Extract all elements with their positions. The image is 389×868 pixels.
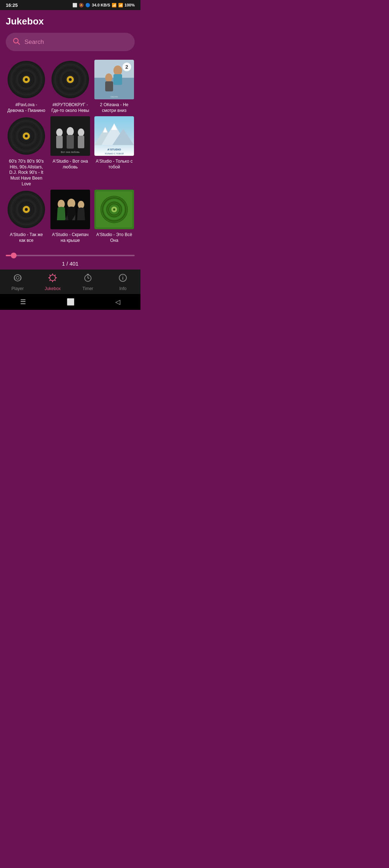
album-cover: [50, 60, 90, 99]
jukebox-icon: [48, 273, 57, 285]
list-item[interactable]: #КРУТОВОКРУГ - Где-то около Невы: [50, 60, 91, 113]
album-cover: 2 ОКЕАНА: [94, 60, 134, 99]
album-cover: A'STUDIO ТОЛЬКО С ТОБОЙ: [94, 116, 134, 156]
album-title: #КРУТОВОКРУГ - Где-то около Невы: [50, 102, 91, 113]
list-item[interactable]: 60's 70's 80's 90's Hits, 90s Allstars, …: [6, 116, 47, 187]
player-icon: [13, 273, 22, 285]
list-item[interactable]: A'Studio - Скрипач на крыше: [50, 190, 91, 243]
album-title: A'Studio - Только с тобой: [94, 159, 135, 170]
nav-label-player: Player: [12, 286, 24, 291]
timer-icon: [83, 273, 93, 285]
nav-label-timer: Timer: [82, 286, 93, 291]
list-item[interactable]: #PavLova - Девочка - Пианино: [6, 60, 47, 113]
android-home-icon[interactable]: ⬜: [67, 298, 75, 306]
svg-point-54: [56, 128, 63, 136]
svg-point-46: [25, 135, 28, 137]
progress-area: 1 / 401: [0, 249, 140, 270]
svg-text:2: 2: [125, 64, 128, 70]
nav-label-info: Info: [119, 286, 126, 291]
svg-text:ТОЛЬКО С ТОБОЙ: ТОЛЬКО С ТОБОЙ: [105, 153, 124, 155]
album-title: A'Studio - Скрипач на крыше: [50, 232, 91, 243]
svg-point-116: [122, 276, 123, 276]
svg-rect-33: [113, 74, 122, 85]
svg-line-108: [50, 280, 51, 281]
svg-text:ОКЕАНА: ОКЕАНА: [111, 96, 118, 98]
svg-rect-35: [105, 81, 113, 91]
album-cover: Вот она любовь: [50, 116, 90, 156]
progress-track[interactable]: [6, 255, 135, 256]
svg-point-99: [16, 276, 19, 279]
album-cover: [6, 60, 46, 99]
nav-item-info[interactable]: Info: [106, 273, 141, 291]
nav-item-timer[interactable]: Timer: [70, 273, 106, 291]
nav-item-jukebox[interactable]: Jukebox: [35, 273, 71, 291]
page-title: Jukebox: [6, 16, 135, 27]
list-item[interactable]: A'Studio - Это Всё Она: [94, 190, 135, 243]
status-icons: ⬜ 🔕 🔵 34.0 KB/S 📶 📶 100%: [72, 3, 135, 8]
android-back-icon[interactable]: ◁: [115, 298, 120, 306]
main-content: Jukebox: [0, 10, 140, 243]
svg-line-105: [50, 275, 51, 276]
nav-item-player[interactable]: Player: [0, 273, 35, 291]
svg-rect-59: [78, 136, 84, 148]
search-input[interactable]: [24, 39, 128, 46]
album-title: A'Studio - Это Всё Она: [94, 232, 135, 243]
nav-label-jukebox: Jukebox: [45, 286, 61, 291]
svg-line-107: [55, 275, 56, 276]
svg-point-58: [78, 128, 84, 136]
album-title: A'Studio - Вот она любовь: [50, 159, 91, 170]
svg-point-98: [14, 275, 21, 281]
svg-text:Вот она любовь: Вот она любовь: [61, 151, 80, 153]
status-bar: 16:25 ⬜ 🔕 🔵 34.0 KB/S 📶 📶 100%: [0, 0, 140, 10]
android-nav: ☰ ⬜ ◁: [0, 294, 140, 310]
svg-rect-57: [67, 135, 74, 149]
progress-label: 1 / 401: [6, 261, 135, 267]
svg-point-23: [69, 78, 72, 81]
album-cover: [50, 190, 90, 229]
album-title: A'Studio - Так же как все: [6, 232, 47, 243]
album-cover: [94, 190, 134, 229]
android-menu-icon[interactable]: ☰: [20, 298, 26, 306]
album-title: 60's 70's 80's 90's Hits, 90s Allstars, …: [6, 159, 47, 187]
progress-fill: [6, 255, 11, 256]
album-title: #PavLova - Девочка - Пианино: [6, 102, 47, 113]
svg-point-76: [25, 208, 28, 211]
list-item[interactable]: Вот она любовь A'Studio - Вот она любовь: [50, 116, 91, 187]
svg-point-56: [67, 127, 74, 136]
svg-rect-55: [56, 136, 63, 148]
bottom-nav: Player Jukebox: [0, 270, 140, 294]
status-time: 16:25: [6, 3, 18, 8]
album-cover: [6, 190, 46, 229]
search-bar[interactable]: [6, 33, 135, 51]
svg-point-32: [113, 65, 122, 76]
album-title: 2 ОКеана - Не смотри вниз: [94, 102, 135, 113]
progress-thumb[interactable]: [11, 253, 17, 258]
svg-point-94: [113, 208, 115, 211]
list-item[interactable]: A'Studio - Так же как все: [6, 190, 47, 243]
svg-line-106: [55, 280, 56, 281]
list-item[interactable]: A'STUDIO ТОЛЬКО С ТОБОЙ A'Studio - Тольк…: [94, 116, 135, 187]
info-icon: [118, 273, 128, 285]
svg-text:A'STUDIO: A'STUDIO: [107, 148, 121, 151]
list-item[interactable]: 2 ОКЕАНА 2 ОКеана - Не смотри вниз: [94, 60, 135, 113]
svg-line-1: [18, 42, 19, 44]
album-cover: [6, 116, 46, 156]
album-grid: #PavLova - Девочка - Пианино: [6, 60, 135, 243]
search-icon: [12, 37, 20, 47]
svg-point-34: [105, 73, 112, 82]
svg-point-9: [25, 78, 28, 81]
